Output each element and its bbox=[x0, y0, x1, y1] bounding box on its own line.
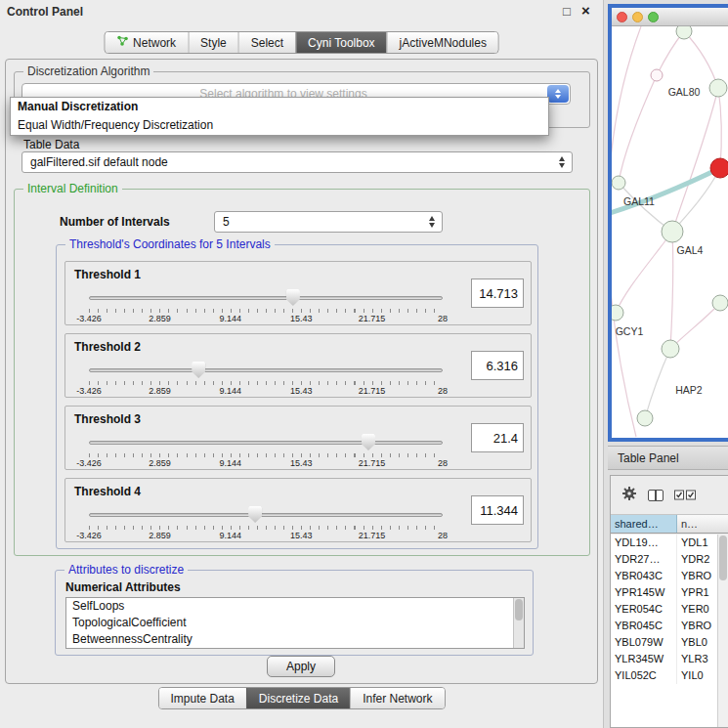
network-node[interactable] bbox=[612, 305, 623, 321]
selected-red-node[interactable] bbox=[710, 158, 728, 178]
table-row[interactable]: YIL052CYIL0 bbox=[611, 667, 728, 684]
scrollbar-thumb[interactable] bbox=[719, 535, 727, 580]
scale-label: 2.859 bbox=[138, 386, 181, 396]
cell[interactable]: YLR345W bbox=[611, 651, 677, 667]
slider-ticks bbox=[89, 309, 443, 313]
table-data-combobox[interactable]: galFiltered.sif default node bbox=[21, 151, 573, 173]
threshold-slider-handle[interactable] bbox=[286, 289, 300, 306]
scale-label: 21.715 bbox=[351, 386, 394, 396]
minimize-traffic-light-icon[interactable] bbox=[632, 12, 643, 22]
cyni-toolbox-panel: Discretization Algorithm Select algorith… bbox=[5, 59, 598, 684]
tab-select-label: Select bbox=[251, 36, 283, 50]
attribute-list-item[interactable]: BetweennessCentrality bbox=[66, 631, 524, 648]
float-window-icon[interactable]: □ bbox=[563, 4, 571, 19]
threshold-2-slider[interactable]: -3.426 2.859 9.144 15.43 21.715 28 bbox=[89, 360, 443, 397]
slider-track[interactable] bbox=[89, 441, 443, 445]
network-node[interactable] bbox=[712, 295, 728, 311]
cell[interactable]: YIL052C bbox=[611, 667, 677, 684]
combobox-arrows-icon bbox=[429, 216, 435, 228]
columns-icon[interactable] bbox=[648, 490, 664, 501]
slider-scale: -3.426 2.859 9.144 15.43 21.715 28 bbox=[89, 314, 443, 323]
table-row[interactable]: YPR145WYPR1 bbox=[611, 584, 728, 601]
threshold-1-slider[interactable]: -3.426 2.859 9.144 15.43 21.715 28 bbox=[89, 287, 443, 324]
algorithm-dropdown-list: Manual Discretization Equal Width/Freque… bbox=[10, 97, 549, 136]
column-header-shared-name[interactable]: shared… bbox=[611, 515, 677, 533]
list-scrollbar[interactable] bbox=[513, 598, 524, 648]
table-row[interactable]: YDR27…YDR2 bbox=[611, 551, 728, 568]
close-traffic-light-icon[interactable] bbox=[617, 12, 627, 22]
table-row[interactable]: YBL079WYBL0 bbox=[611, 634, 728, 651]
table-row[interactable]: YLR345WYLR3 bbox=[611, 651, 728, 667]
algorithm-option-manual[interactable]: Manual Discretization bbox=[11, 98, 548, 116]
algorithm-option-equal-width[interactable]: Equal Width/Frequency Discretization bbox=[11, 116, 548, 135]
tab-discretize-data[interactable]: Discretize Data bbox=[246, 688, 350, 708]
select-columns-checkboxes-icon[interactable] bbox=[674, 487, 696, 504]
threshold-4-value-field[interactable]: 11.344 bbox=[471, 495, 524, 525]
table-row[interactable]: YBR043CYBRO bbox=[611, 568, 728, 584]
scale-label: 28 bbox=[421, 386, 464, 396]
tab-network[interactable]: Network bbox=[105, 32, 188, 53]
attribute-list-item[interactable]: TopologicalCoefficient bbox=[66, 615, 524, 631]
threshold-4-slider[interactable]: -3.426 2.859 9.144 15.43 21.715 28 bbox=[89, 504, 443, 541]
slider-track[interactable] bbox=[89, 296, 443, 300]
table-panel-header[interactable]: Table Panel bbox=[608, 446, 728, 470]
threshold-2-box: Threshold 2 -3.426 2.859 9.144 15.43 21.… bbox=[64, 333, 532, 398]
node-label-gcy1: GCY1 bbox=[616, 325, 644, 337]
threshold-slider-handle[interactable] bbox=[362, 434, 375, 450]
tab-style[interactable]: Style bbox=[188, 32, 238, 53]
scale-label: 2.859 bbox=[138, 531, 181, 540]
threshold-slider-handle[interactable] bbox=[192, 362, 205, 378]
table-scrollbar[interactable] bbox=[717, 535, 728, 727]
network-node[interactable] bbox=[662, 340, 679, 358]
tab-select[interactable]: Select bbox=[238, 32, 295, 53]
network-node[interactable] bbox=[662, 221, 683, 242]
network-node[interactable] bbox=[651, 69, 663, 81]
network-node[interactable] bbox=[709, 79, 727, 97]
network-node[interactable] bbox=[612, 176, 625, 190]
threshold-3-value-field[interactable]: 21.4 bbox=[471, 423, 524, 452]
number-of-intervals-combobox[interactable]: 5 bbox=[214, 211, 443, 233]
table-body[interactable]: YDL19…YDL1 YDR27…YDR2 YBR043CYBRO YPR145… bbox=[611, 535, 728, 727]
table-row[interactable]: YDL19…YDL1 bbox=[611, 535, 728, 551]
network-node[interactable] bbox=[676, 26, 692, 39]
close-window-icon[interactable]: × bbox=[581, 2, 590, 19]
tab-impute-data[interactable]: Impute Data bbox=[158, 688, 245, 708]
slider-ticks bbox=[89, 526, 443, 530]
threshold-4-label: Threshold 4 bbox=[74, 485, 141, 498]
cell[interactable]: YBR045C bbox=[611, 618, 677, 634]
interval-definition-group-title: Interval Definition bbox=[23, 182, 122, 195]
cell[interactable]: YPR145W bbox=[611, 584, 677, 601]
slider-scale: -3.426 2.859 9.144 15.43 21.715 28 bbox=[89, 386, 443, 396]
zoom-traffic-light-icon[interactable] bbox=[648, 12, 659, 22]
tab-cyni-toolbox[interactable]: Cyni Toolbox bbox=[295, 32, 386, 53]
threshold-1-value-field[interactable]: 14.713 bbox=[471, 278, 524, 308]
network-node[interactable] bbox=[637, 410, 653, 426]
threshold-slider-handle[interactable] bbox=[248, 506, 262, 523]
threshold-3-slider[interactable]: -3.426 2.859 9.144 15.43 21.715 28 bbox=[89, 432, 443, 469]
cell[interactable]: YER054C bbox=[611, 601, 677, 618]
scale-label: 21.715 bbox=[351, 458, 394, 468]
table-row[interactable]: YBR045CYBRO bbox=[611, 618, 728, 634]
network-canvas[interactable]: GAL80 GAL11 GAL4 GCY1 HAP2 bbox=[612, 26, 728, 438]
gear-icon[interactable] bbox=[621, 486, 637, 505]
number-of-intervals-value: 5 bbox=[223, 215, 230, 229]
table-row[interactable]: YER054CYER0 bbox=[611, 601, 728, 618]
combobox-arrows-icon[interactable] bbox=[547, 85, 569, 103]
cell[interactable]: YDL19… bbox=[611, 535, 677, 551]
cell[interactable]: YBL079W bbox=[611, 634, 677, 651]
tab-infer-network[interactable]: Infer Network bbox=[350, 688, 444, 708]
slider-track[interactable] bbox=[89, 513, 443, 517]
cell[interactable]: YDR27… bbox=[611, 551, 677, 568]
apply-button[interactable]: Apply bbox=[267, 656, 335, 677]
threshold-2-value-field[interactable]: 6.316 bbox=[471, 351, 524, 380]
attributes-group: Attributes to discretize Numerical Attri… bbox=[55, 570, 534, 656]
scale-label: 2.859 bbox=[138, 314, 181, 323]
column-header-name[interactable]: n… bbox=[677, 515, 728, 533]
tab-jactivemnodules[interactable]: jActiveMNodules bbox=[387, 32, 498, 53]
numerical-attributes-list[interactable]: SelfLoops TopologicalCoefficient Between… bbox=[65, 597, 525, 649]
cell[interactable]: YBR043C bbox=[611, 568, 677, 584]
slider-track[interactable] bbox=[89, 368, 443, 372]
scrollbar-thumb[interactable] bbox=[515, 599, 523, 621]
attribute-list-item[interactable]: SelfLoops bbox=[66, 598, 524, 615]
network-window-titlebar[interactable] bbox=[612, 8, 728, 26]
